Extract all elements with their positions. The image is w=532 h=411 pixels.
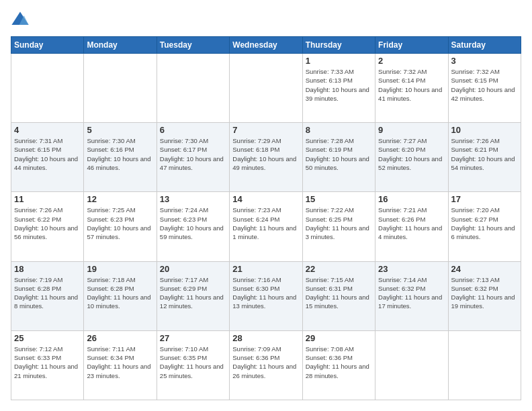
col-header-saturday: Saturday	[448, 37, 521, 54]
calendar-cell: 9Sunrise: 7:27 AM Sunset: 6:20 PM Daylig…	[375, 123, 448, 192]
day-number: 14	[232, 194, 299, 204]
day-info: Sunrise: 7:20 AM Sunset: 6:27 PM Dayligh…	[451, 205, 518, 241]
day-info: Sunrise: 7:33 AM Sunset: 6:13 PM Dayligh…	[306, 67, 372, 103]
day-number: 23	[378, 264, 445, 274]
calendar-cell: 10Sunrise: 7:26 AM Sunset: 6:21 PM Dayli…	[448, 123, 521, 192]
calendar-week-4: 25Sunrise: 7:12 AM Sunset: 6:33 PM Dayli…	[11, 330, 521, 400]
calendar-cell: 6Sunrise: 7:30 AM Sunset: 6:17 PM Daylig…	[157, 123, 229, 192]
calendar-cell	[375, 330, 448, 400]
day-number: 2	[378, 56, 445, 66]
calendar-week-0: 1Sunrise: 7:33 AM Sunset: 6:13 PM Daylig…	[11, 54, 521, 123]
day-info: Sunrise: 7:17 AM Sunset: 6:29 PM Dayligh…	[160, 275, 226, 311]
col-header-friday: Friday	[375, 37, 448, 54]
calendar-cell	[230, 54, 302, 123]
calendar-cell: 19Sunrise: 7:18 AM Sunset: 6:28 PM Dayli…	[84, 261, 157, 330]
col-header-monday: Monday	[84, 37, 157, 54]
calendar-cell: 4Sunrise: 7:31 AM Sunset: 6:15 PM Daylig…	[11, 123, 84, 192]
calendar-cell: 2Sunrise: 7:32 AM Sunset: 6:14 PM Daylig…	[375, 54, 448, 123]
calendar-cell: 29Sunrise: 7:08 AM Sunset: 6:36 PM Dayli…	[302, 330, 375, 400]
day-number: 4	[14, 125, 81, 135]
day-info: Sunrise: 7:32 AM Sunset: 6:15 PM Dayligh…	[451, 67, 518, 103]
day-number: 10	[451, 125, 518, 135]
day-number: 28	[232, 333, 299, 343]
day-number: 11	[14, 194, 81, 204]
day-number: 22	[306, 264, 372, 274]
col-header-thursday: Thursday	[302, 37, 375, 54]
calendar-cell: 28Sunrise: 7:09 AM Sunset: 6:36 PM Dayli…	[230, 330, 302, 400]
calendar-week-2: 11Sunrise: 7:26 AM Sunset: 6:22 PM Dayli…	[11, 192, 521, 261]
day-number: 16	[378, 194, 445, 204]
day-number: 19	[87, 264, 153, 274]
day-number: 27	[160, 333, 226, 343]
day-info: Sunrise: 7:08 AM Sunset: 6:36 PM Dayligh…	[306, 345, 372, 380]
calendar-cell: 17Sunrise: 7:20 AM Sunset: 6:27 PM Dayli…	[448, 192, 521, 261]
calendar-cell: 18Sunrise: 7:19 AM Sunset: 6:28 PM Dayli…	[11, 261, 84, 330]
day-info: Sunrise: 7:30 AM Sunset: 6:16 PM Dayligh…	[87, 136, 153, 172]
day-number: 12	[87, 194, 153, 204]
day-number: 3	[451, 56, 518, 66]
day-number: 13	[160, 194, 226, 204]
day-info: Sunrise: 7:25 AM Sunset: 6:23 PM Dayligh…	[87, 205, 153, 241]
calendar-cell: 13Sunrise: 7:24 AM Sunset: 6:23 PM Dayli…	[157, 192, 229, 261]
calendar-cell: 22Sunrise: 7:15 AM Sunset: 6:31 PM Dayli…	[302, 261, 375, 330]
day-info: Sunrise: 7:09 AM Sunset: 6:36 PM Dayligh…	[232, 345, 299, 380]
day-info: Sunrise: 7:15 AM Sunset: 6:31 PM Dayligh…	[306, 275, 372, 311]
day-number: 6	[160, 125, 226, 135]
calendar-cell: 5Sunrise: 7:30 AM Sunset: 6:16 PM Daylig…	[84, 123, 157, 192]
calendar-week-1: 4Sunrise: 7:31 AM Sunset: 6:15 PM Daylig…	[11, 123, 521, 192]
calendar-week-3: 18Sunrise: 7:19 AM Sunset: 6:28 PM Dayli…	[11, 261, 521, 330]
day-info: Sunrise: 7:21 AM Sunset: 6:26 PM Dayligh…	[378, 205, 445, 241]
day-number: 8	[306, 125, 372, 135]
logo-icon	[11, 11, 30, 30]
day-info: Sunrise: 7:28 AM Sunset: 6:19 PM Dayligh…	[306, 136, 372, 172]
calendar-cell: 15Sunrise: 7:22 AM Sunset: 6:25 PM Dayli…	[302, 192, 375, 261]
calendar-cell: 23Sunrise: 7:14 AM Sunset: 6:32 PM Dayli…	[375, 261, 448, 330]
day-number: 20	[160, 264, 226, 274]
calendar-cell	[448, 330, 521, 400]
day-info: Sunrise: 7:24 AM Sunset: 6:23 PM Dayligh…	[160, 205, 226, 241]
day-number: 9	[378, 125, 445, 135]
col-header-wednesday: Wednesday	[230, 37, 302, 54]
day-number: 5	[87, 125, 153, 135]
calendar-cell	[11, 54, 84, 123]
page: SundayMondayTuesdayWednesdayThursdayFrid…	[0, 0, 532, 411]
day-info: Sunrise: 7:29 AM Sunset: 6:18 PM Dayligh…	[232, 136, 299, 172]
day-number: 29	[306, 333, 372, 343]
calendar-table: SundayMondayTuesdayWednesdayThursdayFrid…	[11, 36, 521, 400]
calendar-cell: 27Sunrise: 7:10 AM Sunset: 6:35 PM Dayli…	[157, 330, 229, 400]
day-number: 26	[87, 333, 153, 343]
day-number: 25	[14, 333, 81, 343]
calendar-cell: 12Sunrise: 7:25 AM Sunset: 6:23 PM Dayli…	[84, 192, 157, 261]
day-number: 24	[451, 264, 518, 274]
calendar-cell: 20Sunrise: 7:17 AM Sunset: 6:29 PM Dayli…	[157, 261, 229, 330]
day-info: Sunrise: 7:31 AM Sunset: 6:15 PM Dayligh…	[14, 136, 81, 172]
day-number: 7	[232, 125, 299, 135]
day-number: 15	[306, 194, 372, 204]
calendar-cell: 26Sunrise: 7:11 AM Sunset: 6:34 PM Dayli…	[84, 330, 157, 400]
day-number: 17	[451, 194, 518, 204]
header	[11, 11, 521, 30]
day-number: 21	[232, 264, 299, 274]
day-info: Sunrise: 7:23 AM Sunset: 6:24 PM Dayligh…	[232, 205, 299, 241]
day-info: Sunrise: 7:22 AM Sunset: 6:25 PM Dayligh…	[306, 205, 372, 241]
day-info: Sunrise: 7:14 AM Sunset: 6:32 PM Dayligh…	[378, 275, 445, 311]
day-info: Sunrise: 7:19 AM Sunset: 6:28 PM Dayligh…	[14, 275, 81, 311]
calendar-cell: 8Sunrise: 7:28 AM Sunset: 6:19 PM Daylig…	[302, 123, 375, 192]
col-header-tuesday: Tuesday	[157, 37, 229, 54]
day-info: Sunrise: 7:10 AM Sunset: 6:35 PM Dayligh…	[160, 345, 226, 380]
day-info: Sunrise: 7:30 AM Sunset: 6:17 PM Dayligh…	[160, 136, 226, 172]
calendar-cell	[84, 54, 157, 123]
day-info: Sunrise: 7:13 AM Sunset: 6:32 PM Dayligh…	[451, 275, 518, 311]
calendar-cell: 1Sunrise: 7:33 AM Sunset: 6:13 PM Daylig…	[302, 54, 375, 123]
calendar-cell	[157, 54, 229, 123]
day-info: Sunrise: 7:26 AM Sunset: 6:21 PM Dayligh…	[451, 136, 518, 172]
calendar-cell: 3Sunrise: 7:32 AM Sunset: 6:15 PM Daylig…	[448, 54, 521, 123]
calendar-cell: 11Sunrise: 7:26 AM Sunset: 6:22 PM Dayli…	[11, 192, 84, 261]
day-info: Sunrise: 7:18 AM Sunset: 6:28 PM Dayligh…	[87, 275, 153, 311]
calendar-cell: 16Sunrise: 7:21 AM Sunset: 6:26 PM Dayli…	[375, 192, 448, 261]
logo	[11, 11, 32, 30]
day-info: Sunrise: 7:27 AM Sunset: 6:20 PM Dayligh…	[378, 136, 445, 172]
header-row: SundayMondayTuesdayWednesdayThursdayFrid…	[11, 37, 521, 54]
calendar-cell: 14Sunrise: 7:23 AM Sunset: 6:24 PM Dayli…	[230, 192, 302, 261]
col-header-sunday: Sunday	[11, 37, 84, 54]
